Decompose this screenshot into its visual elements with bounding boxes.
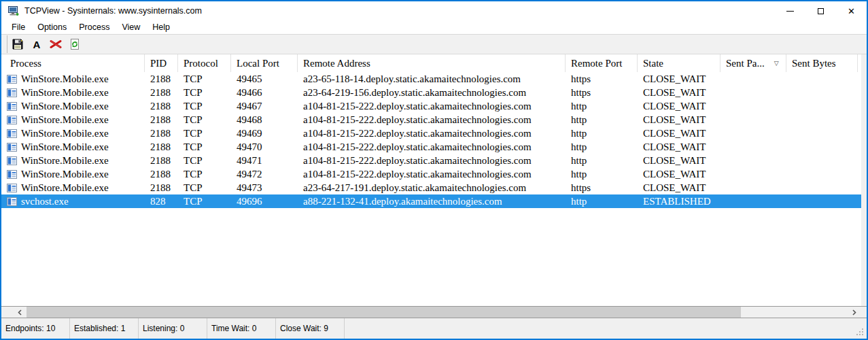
cell-local_port: 49465 (231, 72, 298, 86)
list-header: ProcessPIDProtocolLocal PortRemote Addre… (1, 54, 861, 72)
maximize-button[interactable] (805, 1, 836, 20)
process-icon (7, 129, 17, 138)
cell-remote_address: a104-81-215-222.deploy.static.akamaitech… (298, 140, 566, 154)
cell-remote_address: a23-64-217-191.deploy.static.akamaitechn… (298, 181, 566, 194)
process-name: WinStore.Mobile.exe (21, 182, 109, 194)
cell-local_port: 49470 (231, 140, 298, 154)
column-header-process[interactable]: Process (1, 54, 145, 72)
status-panel-filler (345, 318, 867, 339)
cell-remote_address: a104-81-215-222.deploy.static.akamaitech… (298, 126, 566, 140)
cell-protocol: TCP (178, 140, 231, 154)
close-connection-icon (50, 39, 62, 49)
column-header-state[interactable]: State (638, 54, 721, 72)
app-window-icon (7, 116, 17, 124)
table-row[interactable]: WinStore.Mobile.exe2188TCP49467a104-81-2… (1, 99, 861, 113)
scrollbar-thumb[interactable] (27, 307, 741, 318)
cell-remote_address: a104-81-215-222.deploy.static.akamaitech… (298, 167, 566, 181)
cell-local_port: 49696 (231, 194, 298, 208)
cell-pid: 2188 (145, 113, 178, 126)
table-row[interactable]: WinStore.Mobile.exe2188TCP49470a104-81-2… (1, 140, 861, 154)
column-header-pid[interactable]: PID (145, 54, 178, 72)
column-header-label: Remote Port (571, 58, 622, 69)
column-header-label: Sent Pa... (726, 58, 765, 69)
font-button[interactable]: A (28, 35, 46, 53)
cell-local_port: 49469 (231, 126, 298, 140)
table-row[interactable]: WinStore.Mobile.exe2188TCP49471a104-81-2… (1, 154, 861, 167)
menu-item-options[interactable]: Options (31, 21, 73, 33)
column-header-sent_packets[interactable]: Sent Pa...▽ (721, 54, 786, 72)
cell-pid: 2188 (145, 86, 178, 99)
cell-protocol: TCP (178, 72, 231, 86)
scroll-left-arrow[interactable] (13, 307, 26, 318)
process-icon (7, 170, 17, 179)
menu-item-view[interactable]: View (116, 21, 146, 33)
cell-state: CLOSE_WAIT (638, 126, 721, 140)
connections-list: ProcessPIDProtocolLocal PortRemote Addre… (1, 54, 867, 306)
scroll-right-arrow[interactable] (848, 307, 861, 318)
process-name: WinStore.Mobile.exe (21, 101, 109, 112)
cell-sent_bytes (786, 126, 858, 140)
table-row[interactable]: WinStore.Mobile.exe2188TCP49472a104-81-2… (1, 167, 861, 181)
cell-pid: 828 (145, 194, 178, 208)
table-row[interactable]: WinStore.Mobile.exe2188TCP49465a23-65-11… (1, 72, 861, 86)
cell-remote_address: a104-81-215-222.deploy.static.akamaitech… (298, 113, 566, 126)
font-icon: A (33, 39, 41, 50)
process-icon (7, 102, 17, 111)
cell-remote_address: a23-64-219-156.deploy.static.akamaitechn… (298, 86, 566, 99)
table-row[interactable]: WinStore.Mobile.exe2188TCP49466a23-64-21… (1, 86, 861, 99)
close-connection-button[interactable] (47, 35, 65, 53)
cell-remote_port: https (566, 72, 638, 86)
refresh-button[interactable] (66, 35, 84, 53)
sort-descending-icon: ▽ (774, 60, 779, 67)
toolbar-gripper[interactable] (7, 35, 7, 53)
cell-pid: 2188 (145, 140, 178, 154)
cell-local_port: 49473 (231, 181, 298, 194)
minimize-button[interactable] (775, 1, 805, 20)
cell-sent_bytes (786, 72, 858, 86)
cell-pid: 2188 (145, 99, 178, 113)
cell-process: WinStore.Mobile.exe (1, 99, 145, 113)
cell-state: CLOSE_WAIT (638, 167, 721, 181)
column-header-label: Sent Bytes (792, 58, 836, 69)
cell-pid: 2188 (145, 167, 178, 181)
cell-pid: 2188 (145, 154, 178, 167)
save-button[interactable] (9, 35, 27, 53)
column-header-label: Protocol (184, 58, 218, 69)
cell-remote_port: https (566, 181, 638, 194)
process-name: WinStore.Mobile.exe (21, 128, 109, 139)
process-name: WinStore.Mobile.exe (21, 155, 109, 167)
cell-remote_address: a104-81-215-222.deploy.static.akamaitech… (298, 154, 566, 167)
cell-process: WinStore.Mobile.exe (1, 72, 145, 86)
cell-remote_port: http (566, 194, 638, 208)
column-header-protocol[interactable]: Protocol (178, 54, 231, 72)
column-header-remote_port[interactable]: Remote Port (566, 54, 638, 72)
status-panel-1: Established: 1 (70, 318, 139, 339)
menu-item-process[interactable]: Process (73, 21, 116, 33)
cell-state: CLOSE_WAIT (638, 181, 721, 194)
column-header-remote_address[interactable]: Remote Address (298, 54, 566, 72)
cell-sent_bytes (786, 181, 858, 194)
cell-state: CLOSE_WAIT (638, 72, 721, 86)
cell-local_port: 49468 (231, 113, 298, 126)
table-row[interactable]: WinStore.Mobile.exe2188TCP49469a104-81-2… (1, 126, 861, 140)
cell-remote_port: http (566, 140, 638, 154)
cell-process: WinStore.Mobile.exe (1, 154, 145, 167)
app-window-icon (7, 197, 17, 206)
horizontal-scrollbar[interactable] (1, 306, 867, 318)
process-icon (7, 75, 17, 84)
column-header-local_port[interactable]: Local Port (231, 54, 298, 72)
table-row[interactable]: WinStore.Mobile.exe2188TCP49473a23-64-21… (1, 181, 861, 194)
resize-grip[interactable] (856, 328, 865, 337)
cell-process: WinStore.Mobile.exe (1, 86, 145, 99)
app-window-icon (7, 75, 17, 84)
menu-item-help[interactable]: Help (146, 21, 176, 33)
cell-state: CLOSE_WAIT (638, 86, 721, 99)
process-name: WinStore.Mobile.exe (21, 87, 109, 99)
cell-process: WinStore.Mobile.exe (1, 140, 145, 154)
table-row[interactable]: WinStore.Mobile.exe2188TCP49468a104-81-2… (1, 113, 861, 126)
table-row[interactable]: svchost.exe828TCP49696a88-221-132-41.dep… (1, 194, 861, 208)
column-header-sent_bytes[interactable]: Sent Bytes (786, 54, 858, 72)
close-button[interactable]: ✕ (836, 1, 867, 20)
column-header-label: Local Port (237, 58, 279, 69)
menu-item-file[interactable]: File (5, 21, 31, 33)
